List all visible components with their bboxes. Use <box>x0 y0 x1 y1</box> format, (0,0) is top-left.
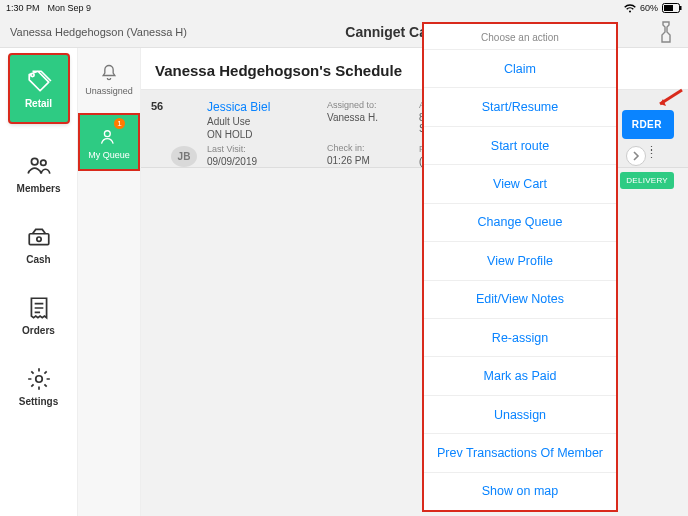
action-sheet-header: Choose an action <box>424 24 616 50</box>
member-type: Adult Use <box>207 116 313 127</box>
action-reassign[interactable]: Re-assign <box>424 319 616 357</box>
status-date: Mon Sep 9 <box>48 3 92 13</box>
action-view-cart[interactable]: View Cart <box>424 165 616 203</box>
checkin-label: Check in: <box>327 143 405 153</box>
kebab-icon[interactable]: ⋮⋮ <box>644 148 658 156</box>
queue-badge: 1 <box>114 118 125 129</box>
rail-label: Unassigned <box>85 86 133 96</box>
receipt-icon <box>26 295 52 321</box>
svg-rect-5 <box>29 234 49 245</box>
queue-rail: Unassigned 1 My Queue <box>77 48 141 516</box>
svg-rect-2 <box>680 6 682 10</box>
sidebar-item-members[interactable]: Members <box>9 153 69 194</box>
sidebar-item-orders[interactable]: Orders <box>9 295 69 336</box>
rail-my-queue[interactable]: 1 My Queue <box>79 114 139 170</box>
action-prev-transactions[interactable]: Prev Transactions Of Member <box>424 434 616 472</box>
battery-pct: 60% <box>640 3 658 13</box>
member-name[interactable]: Jessica Biel <box>207 100 313 114</box>
cash-icon <box>26 224 52 250</box>
row-number: 56 <box>141 90 171 167</box>
row-action-circle[interactable] <box>626 146 646 166</box>
sidebar-item-cash[interactable]: Cash <box>9 224 69 265</box>
assigned-value: Vanessa H. <box>327 112 405 123</box>
battery-icon <box>662 3 682 13</box>
bell-icon <box>98 62 120 84</box>
delivery-tag: DELIVERY <box>620 172 674 189</box>
order-button[interactable]: RDER <box>622 110 674 139</box>
scanner-icon[interactable] <box>654 20 678 44</box>
annotation-arrow <box>654 88 684 114</box>
status-bar: 1:30 PM Mon Sep 9 60% <box>0 0 688 16</box>
svg-point-4 <box>40 160 45 165</box>
last-visit-value: 09/09/2019 <box>207 156 313 167</box>
main-sidebar: Retail Members Cash Orders Settings <box>0 48 77 516</box>
action-start-resume[interactable]: Start/Resume <box>424 88 616 126</box>
members-icon <box>26 153 52 179</box>
sidebar-label: Orders <box>22 325 55 336</box>
svg-point-3 <box>31 158 38 165</box>
svg-point-6 <box>36 237 40 241</box>
last-visit-label: Last Visit: <box>207 144 313 154</box>
sidebar-label: Cash <box>26 254 50 265</box>
action-start-route[interactable]: Start route <box>424 127 616 165</box>
sidebar-label: Retail <box>25 98 52 109</box>
sidebar-label: Settings <box>19 396 58 407</box>
svg-point-7 <box>35 376 42 383</box>
action-view-profile[interactable]: View Profile <box>424 242 616 280</box>
action-change-queue[interactable]: Change Queue <box>424 204 616 242</box>
sidebar-item-settings[interactable]: Settings <box>9 366 69 407</box>
person-icon <box>98 126 120 148</box>
checkin-value: 01:26 PM <box>327 155 405 166</box>
tag-icon <box>26 68 52 94</box>
action-sheet: Choose an action Claim Start/Resume Star… <box>422 22 618 512</box>
header-user: Vanessa Hedgehogson (Vanessa H) <box>10 26 210 38</box>
action-claim[interactable]: Claim <box>424 50 616 88</box>
action-mark-paid[interactable]: Mark as Paid <box>424 357 616 395</box>
assigned-label: Assigned to: <box>327 100 405 110</box>
sidebar-item-retail[interactable]: Retail <box>9 54 69 123</box>
rail-unassigned[interactable]: Unassigned <box>79 56 139 102</box>
row-status: ON HOLD <box>207 129 313 140</box>
rail-label: My Queue <box>88 150 130 160</box>
status-time: 1:30 PM <box>6 3 40 13</box>
avatar: JB <box>171 146 197 167</box>
svg-point-8 <box>104 131 110 137</box>
action-show-on-map[interactable]: Show on map <box>424 473 616 510</box>
wifi-icon <box>624 4 636 13</box>
sidebar-label: Members <box>17 183 61 194</box>
svg-rect-1 <box>664 5 673 11</box>
gear-icon <box>26 366 52 392</box>
action-edit-notes[interactable]: Edit/View Notes <box>424 281 616 319</box>
action-unassign[interactable]: Unassign <box>424 396 616 434</box>
